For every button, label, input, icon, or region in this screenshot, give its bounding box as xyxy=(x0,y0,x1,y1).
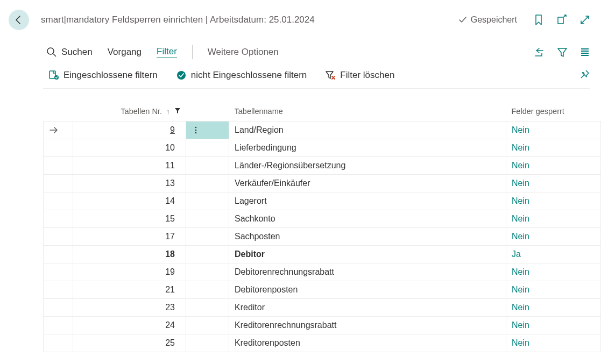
table-row[interactable]: 9Land/RegionNein xyxy=(44,122,601,139)
cell-fields-locked[interactable]: Nein xyxy=(506,263,601,281)
row-menu-button[interactable] xyxy=(186,210,229,228)
table-row[interactable]: 10LieferbedingungNein xyxy=(44,139,601,157)
col-header-name[interactable]: Tabellenname xyxy=(229,104,506,122)
cell-table-name: Kreditor xyxy=(229,299,506,317)
pin-icon[interactable] xyxy=(578,69,590,81)
cell-table-name: Lagerort xyxy=(229,192,506,210)
row-selector[interactable] xyxy=(44,192,73,210)
bookmark-icon[interactable] xyxy=(533,14,544,26)
check-icon xyxy=(458,15,468,25)
cell-table-nr[interactable]: 19 xyxy=(73,263,186,281)
table-row[interactable]: 19DebitorenrechnungsrabattNein xyxy=(44,263,601,281)
filter-not-included-icon xyxy=(176,70,187,81)
arrow-left-icon xyxy=(13,15,24,25)
search-action[interactable]: Suchen xyxy=(46,47,93,58)
cell-table-nr[interactable]: 15 xyxy=(73,210,186,228)
cell-fields-locked[interactable]: Nein xyxy=(506,175,601,192)
cell-table-nr[interactable]: 11 xyxy=(73,157,186,175)
cell-table-name: Debitor xyxy=(229,246,506,263)
row-selector[interactable] xyxy=(44,263,73,281)
row-selector[interactable] xyxy=(44,210,73,228)
row-menu-button[interactable] xyxy=(186,334,229,352)
table-row[interactable]: 23KreditorNein xyxy=(44,299,601,317)
row-selector[interactable] xyxy=(44,139,73,157)
filter-included-action[interactable]: Eingeschlossene filtern xyxy=(48,70,158,81)
row-menu-button[interactable] xyxy=(186,157,229,175)
cell-fields-locked[interactable]: Ja xyxy=(506,246,601,263)
cell-table-nr[interactable]: 9 xyxy=(73,122,186,139)
row-menu-button[interactable] xyxy=(186,317,229,334)
cell-table-nr[interactable]: 14 xyxy=(73,192,186,210)
row-selector[interactable] xyxy=(44,334,73,352)
cell-fields-locked[interactable]: Nein xyxy=(506,122,601,139)
cell-fields-locked[interactable]: Nein xyxy=(506,139,601,157)
row-menu-button[interactable] xyxy=(186,246,229,263)
cell-table-nr[interactable]: 10 xyxy=(73,139,186,157)
table-row[interactable]: 17SachpostenNein xyxy=(44,228,601,246)
row-menu-button[interactable] xyxy=(186,281,229,299)
cell-fields-locked[interactable]: Nein xyxy=(506,228,601,246)
col-header-locked[interactable]: Felder gesperrt xyxy=(506,104,601,122)
cell-fields-locked[interactable]: Nein xyxy=(506,334,601,352)
cell-fields-locked[interactable]: Nein xyxy=(506,281,601,299)
cell-table-nr[interactable]: 24 xyxy=(73,317,186,334)
row-menu-button[interactable] xyxy=(186,175,229,192)
row-selector[interactable] xyxy=(44,299,73,317)
share-icon[interactable] xyxy=(533,47,545,58)
saved-label: Gespeichert xyxy=(471,15,517,25)
table-row[interactable]: 15SachkontoNein xyxy=(44,210,601,228)
expand-icon[interactable] xyxy=(579,14,590,26)
cell-table-name: Länder-/Regionsübersetzung xyxy=(229,157,506,175)
cell-fields-locked[interactable]: Nein xyxy=(506,299,601,317)
row-menu-button[interactable] xyxy=(186,192,229,210)
row-selector[interactable] xyxy=(44,317,73,334)
cell-fields-locked[interactable]: Nein xyxy=(506,192,601,210)
cell-fields-locked[interactable]: Nein xyxy=(506,317,601,334)
vorgang-action[interactable]: Vorgang xyxy=(108,47,142,58)
filter-included-icon xyxy=(48,70,59,81)
cell-fields-locked[interactable]: Nein xyxy=(506,157,601,175)
cell-table-nr[interactable]: 23 xyxy=(73,299,186,317)
back-button[interactable] xyxy=(9,10,29,30)
filter-action[interactable]: Filter xyxy=(157,46,177,58)
filter-clear-action[interactable]: Filter löschen xyxy=(325,70,394,81)
col-header-nr[interactable]: Tabellen Nr. ↑ xyxy=(73,104,186,122)
row-selector[interactable] xyxy=(44,157,73,175)
more-options-action[interactable]: Weitere Optionen xyxy=(208,47,279,58)
more-vertical-icon xyxy=(192,126,200,134)
row-menu-button[interactable] xyxy=(186,139,229,157)
row-menu-button[interactable] xyxy=(186,228,229,246)
table-row[interactable]: 25KreditorenpostenNein xyxy=(44,334,601,352)
svg-point-6 xyxy=(195,132,197,134)
row-selector[interactable] xyxy=(44,122,73,139)
svg-point-3 xyxy=(177,71,186,80)
filter-not-included-action[interactable]: nicht Eingeschlossene filtern xyxy=(176,70,307,81)
cell-table-nr[interactable]: 17 xyxy=(73,228,186,246)
filter-pane-icon[interactable] xyxy=(557,47,568,58)
cell-table-name: Sachkonto xyxy=(229,210,506,228)
cell-fields-locked[interactable]: Nein xyxy=(506,210,601,228)
table-row[interactable]: 14LagerortNein xyxy=(44,192,601,210)
row-selector[interactable] xyxy=(44,228,73,246)
row-menu-button[interactable] xyxy=(186,263,229,281)
table-row[interactable]: 24KreditorenrechnungsrabattNein xyxy=(44,317,601,334)
list-icon[interactable] xyxy=(579,47,590,58)
table-row[interactable]: 13Verkäufer/EinkäuferNein xyxy=(44,175,601,192)
row-selector[interactable] xyxy=(44,175,73,192)
table-row[interactable]: 21DebitorenpostenNein xyxy=(44,281,601,299)
row-menu-button[interactable] xyxy=(186,299,229,317)
row-selector[interactable] xyxy=(44,246,73,263)
cell-table-name: Debitorenposten xyxy=(229,281,506,299)
col-header-select xyxy=(44,104,73,122)
cell-table-nr[interactable]: 21 xyxy=(73,281,186,299)
divider xyxy=(43,88,590,89)
saved-status: Gespeichert xyxy=(458,15,517,25)
popout-icon[interactable] xyxy=(556,14,568,26)
table-row[interactable]: 18DebitorJa xyxy=(44,246,601,263)
cell-table-nr[interactable]: 25 xyxy=(73,334,186,352)
cell-table-nr[interactable]: 13 xyxy=(73,175,186,192)
row-menu-button[interactable] xyxy=(186,122,229,139)
row-selector[interactable] xyxy=(44,281,73,299)
table-row[interactable]: 11Länder-/RegionsübersetzungNein xyxy=(44,157,601,175)
cell-table-nr[interactable]: 18 xyxy=(73,246,186,263)
